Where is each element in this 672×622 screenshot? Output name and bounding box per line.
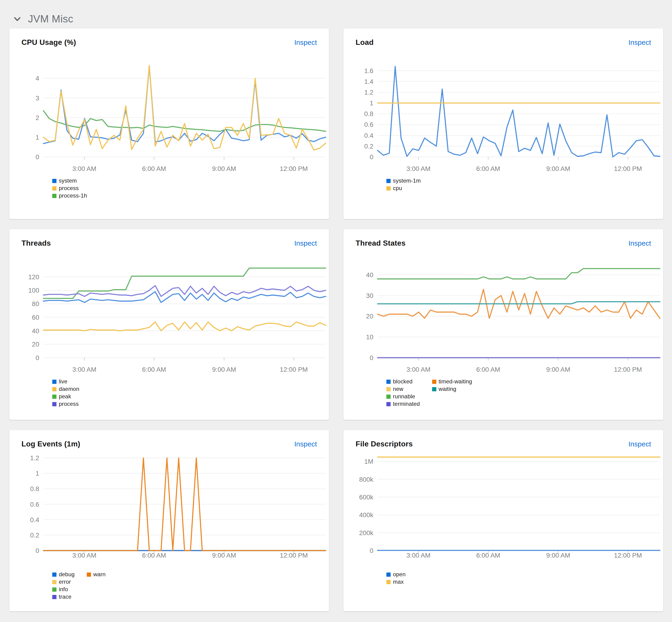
y-axis-label: 80 bbox=[32, 300, 39, 308]
x-axis-label: 6:00 AM bbox=[142, 165, 166, 172]
legend-label: trace bbox=[59, 593, 71, 600]
legend-swatch-icon bbox=[52, 387, 57, 391]
legend-label: debug bbox=[59, 571, 75, 578]
y-axis-label: 2 bbox=[35, 114, 39, 122]
card-header: Load Inspect bbox=[356, 38, 661, 47]
legend-item-process: process bbox=[52, 400, 79, 408]
legend-item-process: process bbox=[52, 184, 87, 192]
card-thread-states: Thread States Inspect 0102030403:00 AM6:… bbox=[343, 229, 663, 420]
x-axis-label: 3:00 AM bbox=[407, 366, 431, 373]
inspect-link[interactable]: Inspect bbox=[294, 38, 317, 46]
y-axis-label: 1.2 bbox=[364, 89, 373, 96]
chart-legend: livedaemonpeakprocess bbox=[52, 378, 327, 408]
dashboard: JVM Misc CPU Usage (%) Inspect 012343:00… bbox=[0, 0, 672, 622]
card-header: Threads Inspect bbox=[22, 239, 327, 247]
y-axis-label: 0 bbox=[370, 153, 373, 161]
legend-item-runnable: runnable bbox=[386, 393, 420, 400]
chart-cpu-usage: 012343:00 AM6:00 AM9:00 AM12:00 PMsystem… bbox=[22, 57, 327, 199]
x-axis-label: 9:00 AM bbox=[546, 165, 570, 172]
legend-label: new bbox=[393, 386, 403, 392]
chart-canvas: 0102030403:00 AM6:00 AM9:00 AM12:00 PM bbox=[356, 258, 661, 375]
page: JVM Misc CPU Usage (%) Inspect 012343:00… bbox=[0, 0, 672, 622]
y-axis-label: 0.8 bbox=[30, 485, 39, 492]
y-axis-label: 0.8 bbox=[364, 110, 373, 117]
legend-swatch-icon bbox=[52, 402, 57, 406]
legend-swatch-icon bbox=[386, 580, 390, 584]
section-jvm-misc-toggle[interactable]: JVM Misc bbox=[9, 0, 663, 25]
x-axis-label: 3:00 AM bbox=[72, 366, 97, 373]
inspect-link[interactable]: Inspect bbox=[628, 239, 651, 247]
legend-label: system-1m bbox=[393, 177, 421, 184]
chart-legend: openmax bbox=[386, 571, 661, 586]
y-axis-label: 1.4 bbox=[364, 78, 373, 85]
legend-label: system bbox=[59, 177, 77, 184]
legend-swatch-icon bbox=[52, 194, 57, 198]
card-log-events: Log Events (1m) Inspect 00.20.40.60.811.… bbox=[9, 430, 329, 611]
chart-load: 00.20.40.60.811.21.41.63:00 AM6:00 AM9:0… bbox=[356, 57, 661, 192]
card-threads: Threads Inspect 0204060801001203:00 AM6:… bbox=[9, 229, 329, 420]
legend-swatch-icon bbox=[52, 179, 57, 183]
legend-label: process bbox=[59, 401, 79, 407]
legend-column: livedaemonpeakprocess bbox=[52, 378, 79, 408]
legend-label: peak bbox=[59, 393, 71, 400]
inspect-link[interactable]: Inspect bbox=[628, 440, 651, 448]
y-axis-label: 0.6 bbox=[364, 121, 373, 128]
chart-legend: blockednewrunnableterminatedtimed-waitin… bbox=[386, 378, 661, 408]
y-axis-label: 0.2 bbox=[30, 532, 39, 539]
chart-canvas: 012343:00 AM6:00 AM9:00 AM12:00 PM bbox=[22, 57, 327, 175]
y-axis-label: 20 bbox=[32, 341, 39, 348]
legend-column: blockednewrunnableterminated bbox=[386, 378, 420, 408]
y-axis-label: 30 bbox=[366, 292, 373, 299]
legend-item-warn: warn bbox=[87, 571, 106, 578]
legend-swatch-icon bbox=[52, 580, 57, 584]
y-axis-label: 800k bbox=[359, 476, 374, 483]
legend-swatch-icon bbox=[386, 402, 390, 406]
chart-legend: debugerrorinfotracewarn bbox=[52, 571, 327, 600]
legend-label: live bbox=[59, 378, 67, 385]
chart-legend: systemprocessprocess-1h bbox=[52, 177, 327, 199]
series-line-daemon bbox=[43, 322, 326, 331]
y-axis-label: 4 bbox=[35, 75, 39, 82]
y-axis-label: 1 bbox=[370, 100, 373, 107]
card-load: Load Inspect 00.20.40.60.811.21.41.63:00… bbox=[343, 29, 663, 219]
inspect-link[interactable]: Inspect bbox=[294, 239, 317, 247]
chart-canvas: 00.20.40.60.811.23:00 AM6:00 AM9:00 AM12… bbox=[22, 448, 327, 561]
x-axis-label: 9:00 AM bbox=[212, 165, 236, 172]
series-line-system-1m bbox=[377, 66, 660, 157]
y-axis-label: 0.4 bbox=[364, 132, 373, 139]
card-header: Thread States Inspect bbox=[356, 239, 661, 247]
y-axis-label: 0 bbox=[35, 153, 39, 161]
y-axis-label: 200k bbox=[359, 529, 374, 537]
y-axis-label: 0 bbox=[370, 547, 373, 554]
y-axis-label: 1 bbox=[35, 134, 39, 141]
x-axis-label: 6:00 AM bbox=[142, 552, 166, 559]
x-axis-label: 12:00 PM bbox=[280, 552, 308, 559]
legend-item-terminated: terminated bbox=[386, 400, 420, 408]
legend-swatch-icon bbox=[432, 379, 436, 384]
chevron-down-icon[interactable] bbox=[13, 15, 21, 23]
legend-item-open: open bbox=[386, 571, 406, 578]
card-header: Log Events (1m) Inspect bbox=[22, 440, 327, 448]
chart-title: Load bbox=[356, 38, 374, 47]
y-axis-label: 0 bbox=[370, 354, 373, 361]
inspect-link[interactable]: Inspect bbox=[294, 440, 317, 448]
y-axis-label: 40 bbox=[366, 271, 373, 279]
legend-swatch-icon bbox=[52, 572, 57, 577]
legend-column: system-1mcpu bbox=[386, 177, 421, 192]
chart-title: File Descriptors bbox=[356, 440, 413, 448]
y-axis-label: 0.6 bbox=[30, 501, 39, 508]
legend-item-live: live bbox=[52, 378, 79, 385]
series-line-runnable bbox=[377, 269, 660, 279]
chart-log-events: 00.20.40.60.811.23:00 AM6:00 AM9:00 AM12… bbox=[22, 448, 327, 600]
x-axis-label: 9:00 AM bbox=[546, 366, 570, 373]
chart-canvas: 0200k400k600k800k1M3:00 AM6:00 AM9:00 AM… bbox=[356, 448, 661, 561]
legend-item-waiting: waiting bbox=[432, 385, 472, 393]
chart-canvas: 00.20.40.60.811.21.41.63:00 AM6:00 AM9:0… bbox=[356, 57, 661, 175]
inspect-link[interactable]: Inspect bbox=[628, 38, 651, 46]
legend-label: info bbox=[59, 586, 68, 593]
y-axis-label: 600k bbox=[359, 493, 374, 501]
series-line-waiting bbox=[377, 302, 660, 304]
legend-item-daemon: daemon bbox=[52, 385, 79, 393]
x-axis-label: 3:00 AM bbox=[72, 552, 97, 559]
x-axis-label: 12:00 PM bbox=[280, 165, 308, 172]
